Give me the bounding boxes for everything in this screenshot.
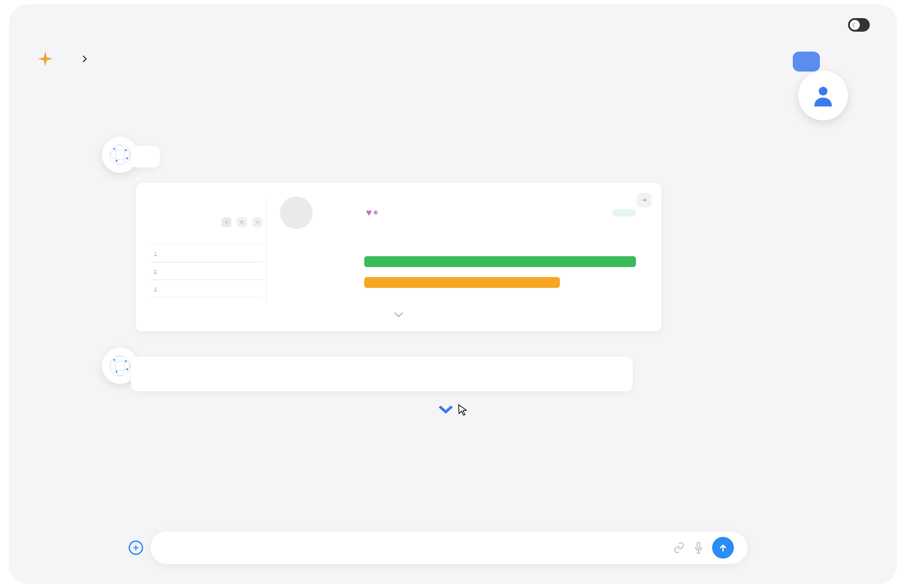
link-icon[interactable] [673,542,685,554]
ai-message [131,357,633,391]
person-icon [152,251,159,257]
plus-icon [132,544,140,552]
svg-point-15 [154,287,156,289]
arrow-up-icon [718,543,728,553]
recent-item[interactable] [150,262,262,280]
add-attachment-button[interactable] [129,540,143,555]
patient-avatar [280,196,313,229]
oop-bar [364,277,560,288]
message-input[interactable] [170,542,673,554]
coverage-status-badge [612,209,636,216]
chevron-right-icon [224,220,229,225]
oop-bar-track [364,277,636,288]
svg-rect-25 [697,542,700,549]
svg-point-5 [125,149,127,151]
dark-mode-toggle[interactable]: ☾ [848,18,870,32]
chevron-down-icon [438,403,454,415]
svg-point-21 [116,371,117,373]
svg-rect-9 [241,221,243,224]
person-icon [152,286,159,292]
recent-item[interactable] [150,280,262,297]
svg-point-12 [257,222,258,223]
svg-point-20 [125,360,127,362]
deductible-bar [364,256,636,267]
microphone-icon[interactable] [693,541,704,554]
svg-point-22 [126,368,128,370]
expand-details-button[interactable] [438,403,454,417]
sphere-logo-icon [108,143,132,167]
svg-point-3 [116,145,125,165]
ai-message [131,146,160,167]
chevron-down-icon [393,311,404,318]
svg-point-6 [116,160,117,162]
gear-icon[interactable] [252,217,262,227]
expand-report-button[interactable] [136,311,661,318]
svg-point-13 [154,252,156,254]
svg-point-16 [110,356,130,376]
heart-icon: ♥ [366,207,372,219]
user-message [793,52,820,72]
person-icon [152,268,159,275]
send-button[interactable] [712,537,734,559]
arrow-right-icon [641,196,648,204]
sphere-logo-icon [108,354,132,378]
svg-point-14 [154,270,156,272]
svg-point-4 [113,148,115,150]
person-icon [810,82,836,109]
svg-point-7 [126,158,128,159]
insurer-logo: ♥® [366,207,378,219]
svg-point-0 [819,87,827,96]
eligibility-report-card: ♥® [136,183,661,331]
svg-point-18 [116,356,125,376]
open-report-button[interactable] [637,193,651,207]
trash-icon[interactable] [237,217,247,227]
moon-icon: ☾ [850,20,860,30]
message-input-container [150,531,747,564]
user-avatar [798,71,848,120]
cursor-icon [457,402,468,418]
svg-point-19 [113,359,115,361]
recent-item[interactable] [150,244,262,262]
svg-point-1 [110,145,130,165]
recent-next-button[interactable] [222,217,231,227]
